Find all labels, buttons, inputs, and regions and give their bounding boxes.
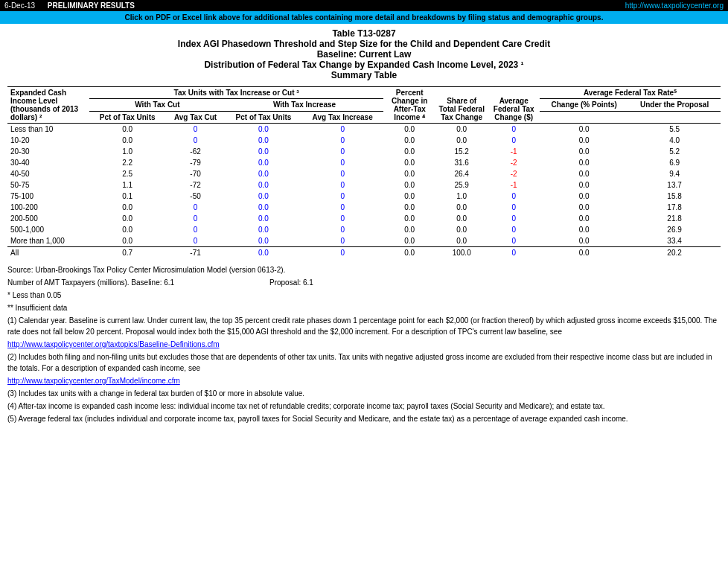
cell-pct-inc: 0.0 [226, 202, 301, 213]
header-pct-units-cut: Pct of Tax Units [89, 111, 165, 123]
header-pct-units-inc: Pct of Tax Units [226, 111, 301, 123]
top-bar: 6-Dec-13 PRELIMINARY RESULTS http://www.… [0, 0, 728, 11]
cell-pct-cut: 1.0 [89, 146, 165, 157]
cell-avg-inc: 0 [301, 235, 383, 247]
title-main: Index AGI Phasedown Threshold and Step S… [7, 39, 721, 49]
cell-pct-cut: 0.0 [89, 213, 165, 224]
table-id: Table T13-0287 [7, 28, 721, 39]
cell-income: 500-1,000 [7, 224, 89, 235]
cell-pct-inc: 0.0 [226, 179, 301, 191]
cell-avg-fed: -1 [488, 146, 540, 157]
cell-under-prop: 20.2 [628, 247, 721, 259]
table-row: 500-1,000 0.0 0 0.0 0 0.0 0.0 0 0.0 26.9 [7, 224, 721, 235]
cell-pct-after: 0.0 [383, 146, 435, 157]
table-row: 100-200 0.0 0 0.0 0 0.0 0.0 0 0.0 17.8 [7, 202, 721, 213]
cell-pct-inc: 0.0 [226, 168, 301, 179]
title-section: Table T13-0287 Index AGI Phasedown Thres… [7, 28, 721, 80]
cell-pct-after: 0.0 [383, 157, 435, 168]
cell-pct-cut: 0.0 [89, 202, 165, 213]
cell-chg-pts: 0.0 [540, 179, 628, 191]
cell-pct-cut: 2.5 [89, 168, 165, 179]
cell-avg-fed: 0 [488, 247, 540, 259]
cell-avg-cut: 0 [165, 224, 226, 235]
header-with-tax-cut: With Tax Cut [89, 99, 226, 111]
cell-pct-inc: 0.0 [226, 247, 301, 259]
title-distribution: Distribution of Federal Tax Change by Ex… [7, 60, 721, 70]
cell-pct-cut: 0.0 [89, 224, 165, 235]
cell-avg-inc: 0 [301, 157, 383, 168]
fn1-text: (1) Calendar year. Baseline is current l… [7, 315, 721, 337]
cell-chg-pts: 0.0 [540, 224, 628, 235]
cell-avg-cut: 0 [165, 135, 226, 146]
header-avg-cut: Avg Tax Cut [165, 111, 226, 123]
cell-avg-fed: 0 [488, 224, 540, 235]
cell-pct-after: 0.0 [383, 202, 435, 213]
fn-star: * Less than 0.05 [7, 290, 721, 301]
cell-share: 1.0 [435, 191, 488, 202]
table-row: More than 1,000 0.0 0 0.0 0 0.0 0.0 0 0.… [7, 235, 721, 247]
header-avg-fed-rate-group: Average Federal Tax Rate⁵ [540, 87, 721, 99]
header-tax-units-group: Tax Units with Tax Increase or Cut ³ [89, 87, 383, 99]
cell-pct-after: 0.0 [383, 213, 435, 224]
cell-pct-after: 0.0 [383, 247, 435, 259]
header-under-proposal: Under the Proposal [628, 99, 721, 111]
cell-avg-cut: 0 [165, 202, 226, 213]
fn3-text: (3) Includes tax units with a change in … [7, 388, 721, 399]
fn-source: Source: Urban-Brookings Tax Policy Cente… [7, 264, 721, 275]
cell-share: 0.0 [435, 213, 488, 224]
cell-avg-cut: -62 [165, 146, 226, 157]
header-pct-change: Percent Change in After-Tax Income ⁴ [383, 87, 435, 124]
footnotes: Source: Urban-Brookings Tax Policy Cente… [7, 264, 721, 424]
cell-avg-cut: -71 [165, 247, 226, 259]
cell-under-prop: 6.9 [628, 157, 721, 168]
cell-income: 40-50 [7, 168, 89, 179]
cell-pct-inc: 0.0 [226, 213, 301, 224]
cell-avg-inc: 0 [301, 146, 383, 157]
cell-pct-inc: 0.0 [226, 157, 301, 168]
cell-pct-cut: 0.7 [89, 247, 165, 259]
cell-chg-pts: 0.0 [540, 191, 628, 202]
cell-share: 0.0 [435, 224, 488, 235]
cell-avg-fed: 0 [488, 191, 540, 202]
cell-avg-fed: -1 [488, 179, 540, 191]
cell-pct-after: 0.0 [383, 124, 435, 135]
cell-income: 50-75 [7, 179, 89, 191]
cell-avg-cut: -50 [165, 191, 226, 202]
fn1-url[interactable]: http://www.taxpolicycenter.org/taxtopics… [7, 339, 721, 350]
cell-pct-after: 0.0 [383, 191, 435, 202]
website-link[interactable]: http://www.taxpolicycenter.org [625, 1, 724, 10]
cell-avg-inc: 0 [301, 247, 383, 259]
cell-pct-inc: 0.0 [226, 191, 301, 202]
cell-income: All [7, 247, 89, 259]
cell-pct-inc: 0.0 [226, 146, 301, 157]
table-row: Less than 10 0.0 0 0.0 0 0.0 0.0 0 0.0 5… [7, 124, 721, 135]
fn-amt: Number of AMT Taxpayers (millions). Base… [7, 277, 721, 288]
cell-avg-fed: -2 [488, 157, 540, 168]
cell-avg-fed: 0 [488, 124, 540, 135]
table-row: 10-20 0.0 0 0.0 0 0.0 0.0 0 0.0 4.0 [7, 135, 721, 146]
header-avg-change: Average Federal Tax Change ($) [488, 87, 540, 124]
cell-income: Less than 10 [7, 124, 89, 135]
cell-under-prop: 13.7 [628, 179, 721, 191]
cell-avg-fed: 0 [488, 213, 540, 224]
cell-under-prop: 26.9 [628, 224, 721, 235]
cell-avg-inc: 0 [301, 168, 383, 179]
cell-share: 25.9 [435, 179, 488, 191]
fn2-text: (2) Includes both filing and non-filing … [7, 351, 721, 374]
fn2-url[interactable]: http://www.taxpolicycenter.org/TaxModel/… [7, 375, 721, 386]
cell-chg-pts: 0.0 [540, 235, 628, 247]
cell-share: 0.0 [435, 124, 488, 135]
header-chg-pts: Change (% Points) [540, 99, 628, 111]
cell-under-prop: 5.2 [628, 146, 721, 157]
table-row: 30-40 2.2 -79 0.0 0 0.0 31.6 -2 0.0 6.9 [7, 157, 721, 168]
cell-under-prop: 21.8 [628, 213, 721, 224]
cell-share: 15.2 [435, 146, 488, 157]
title-baseline: Baseline: Current Law [7, 49, 721, 60]
fn5-text: (5) Average federal tax (includes indivi… [7, 413, 721, 424]
cell-chg-pts: 0.0 [540, 124, 628, 135]
header-share: Share of Total Federal Tax Change [435, 87, 488, 124]
cell-share: 31.6 [435, 157, 488, 168]
cell-share: 100.0 [435, 247, 488, 259]
cell-pct-after: 0.0 [383, 168, 435, 179]
cell-avg-cut: 0 [165, 124, 226, 135]
